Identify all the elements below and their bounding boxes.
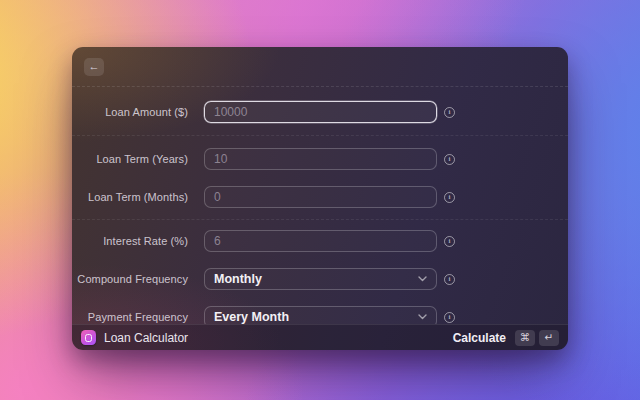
chevron-down-icon <box>418 276 427 282</box>
compound-frequency-select[interactable]: Monthly <box>204 268 437 290</box>
loan-term-years-value: 10 <box>214 152 227 166</box>
action-bar: Loan Calculator Calculate ⌘ ↵ <box>72 324 568 350</box>
interest-rate-value: 6 <box>214 234 221 248</box>
form-row: Loan Amount ($) 10000 i <box>72 101 568 123</box>
form-row: Compound Frequency Monthly i <box>72 268 568 290</box>
form-content: Loan Amount ($) 10000 i Loan Term (Years… <box>72 87 568 324</box>
calculate-action[interactable]: Calculate ⌘ ↵ <box>453 330 559 346</box>
command-key-icon: ⌘ <box>515 330 535 346</box>
loan-term-months-value: 0 <box>214 190 221 204</box>
form-section-amount: Loan Amount ($) 10000 i <box>72 87 568 136</box>
return-key-icon: ↵ <box>539 330 559 346</box>
payment-frequency-select[interactable]: Every Month <box>204 306 437 324</box>
info-icon[interactable]: i <box>444 154 455 165</box>
loan-term-years-input[interactable]: 10 <box>204 148 437 170</box>
form-row: Loan Term (Months) 0 i <box>72 186 568 208</box>
field-label: Compound Frequency <box>72 273 188 285</box>
info-icon[interactable]: i <box>444 107 455 118</box>
form-row: Loan Term (Years) 10 i <box>72 148 568 170</box>
loan-amount-value: 10000 <box>214 105 247 119</box>
loan-calculator-app-icon <box>81 330 96 345</box>
calculator-glyph-icon <box>85 334 92 342</box>
info-glyph: i <box>449 276 451 283</box>
info-icon[interactable]: i <box>444 192 455 203</box>
back-arrow-icon: ← <box>89 61 100 72</box>
loan-amount-input[interactable]: 10000 <box>204 101 437 123</box>
calculate-label: Calculate <box>453 331 506 345</box>
info-icon[interactable]: i <box>444 236 455 247</box>
info-glyph: i <box>449 109 451 116</box>
app-name: Loan Calculator <box>104 331 188 345</box>
info-glyph: i <box>449 314 451 321</box>
info-glyph: i <box>449 156 451 163</box>
field-label: Interest Rate (%) <box>72 235 188 247</box>
info-icon[interactable]: i <box>444 312 455 323</box>
field-label: Payment Frequency <box>72 311 188 323</box>
chevron-down-icon <box>418 314 427 320</box>
field-label: Loan Term (Years) <box>72 153 188 165</box>
form-section-rate: Interest Rate (%) 6 i Compound Frequency… <box>72 220 568 324</box>
form-row: Interest Rate (%) 6 i <box>72 230 568 252</box>
loan-term-months-input[interactable]: 0 <box>204 186 437 208</box>
back-button[interactable]: ← <box>84 58 104 76</box>
form-section-term: Loan Term (Years) 10 i Loan Term (Months… <box>72 136 568 220</box>
info-icon[interactable]: i <box>444 274 455 285</box>
loan-calculator-window: ← Loan Amount ($) 10000 i Loan Term (Yea… <box>72 47 568 350</box>
form-row: Payment Frequency Every Month i <box>72 306 568 324</box>
payment-frequency-value: Every Month <box>214 310 289 324</box>
field-label: Loan Term (Months) <box>72 191 188 203</box>
info-glyph: i <box>449 238 451 245</box>
window-header: ← <box>72 47 568 87</box>
field-label: Loan Amount ($) <box>72 106 188 118</box>
compound-frequency-value: Monthly <box>214 272 262 286</box>
info-glyph: i <box>449 194 451 201</box>
interest-rate-input[interactable]: 6 <box>204 230 437 252</box>
